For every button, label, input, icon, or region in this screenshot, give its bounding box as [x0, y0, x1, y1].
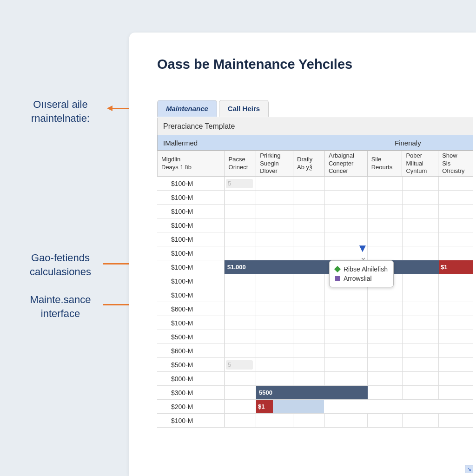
cell[interactable] — [439, 288, 473, 302]
cell[interactable] — [439, 246, 473, 260]
cell[interactable] — [403, 344, 439, 357]
tab-maintenance[interactable]: Maintenance — [157, 100, 217, 117]
cell[interactable] — [293, 205, 325, 218]
cell[interactable] — [439, 177, 473, 190]
cell[interactable] — [439, 302, 473, 316]
column-header-0[interactable]: MigdlinDeays 1 lïb — [158, 151, 225, 176]
cell[interactable] — [293, 232, 325, 246]
cell[interactable] — [403, 191, 439, 204]
cell[interactable] — [403, 372, 439, 385]
cell[interactable] — [293, 316, 325, 330]
cell[interactable] — [256, 358, 293, 371]
tooltip-item-2[interactable]: Arrowslial — [335, 274, 388, 283]
cell[interactable] — [293, 288, 325, 302]
cell[interactable] — [225, 246, 256, 260]
cell[interactable] — [325, 316, 368, 330]
cell[interactable] — [293, 358, 325, 371]
cell[interactable] — [439, 344, 473, 357]
gantt-bar-red[interactable]: $1 — [439, 260, 473, 274]
cell[interactable] — [325, 288, 368, 302]
cell[interactable] — [325, 330, 368, 344]
column-header-2[interactable]: PrirkingSuegin Dlover — [256, 151, 293, 176]
cell[interactable] — [368, 177, 403, 190]
cell[interactable] — [256, 302, 293, 316]
cell[interactable] — [256, 232, 293, 246]
gantt-bar-red[interactable]: $1 — [256, 400, 273, 413]
cell[interactable] — [325, 414, 368, 427]
cell[interactable] — [403, 288, 439, 302]
cell[interactable] — [439, 372, 473, 385]
cell[interactable] — [325, 218, 368, 232]
cell[interactable] — [256, 372, 293, 385]
cell[interactable] — [225, 218, 256, 232]
cell[interactable] — [439, 191, 473, 204]
cell[interactable] — [403, 302, 439, 316]
cell[interactable] — [403, 274, 439, 288]
cell[interactable] — [403, 330, 439, 344]
cell[interactable] — [256, 205, 293, 218]
cell[interactable] — [439, 414, 473, 427]
cell[interactable] — [368, 191, 403, 204]
cell[interactable] — [403, 246, 439, 260]
column-header-3[interactable]: Draily Ab уѯ — [293, 151, 325, 176]
cell[interactable] — [256, 246, 293, 260]
cell[interactable] — [403, 205, 439, 218]
cell[interactable] — [368, 246, 403, 260]
cell[interactable] — [325, 205, 368, 218]
cell[interactable] — [256, 330, 293, 344]
cell[interactable] — [368, 358, 403, 371]
cell[interactable] — [325, 344, 368, 357]
tooltip-item-1[interactable]: Ribse Alnilefish — [335, 264, 388, 274]
cell[interactable] — [225, 205, 256, 218]
cell[interactable] — [368, 372, 403, 385]
column-header-5[interactable]: Sile Reourts — [368, 151, 403, 176]
cell[interactable] — [256, 177, 293, 190]
cell[interactable] — [225, 191, 256, 204]
cell[interactable] — [225, 288, 256, 302]
cell[interactable] — [368, 205, 403, 218]
cell[interactable] — [325, 358, 368, 371]
cell[interactable] — [403, 316, 439, 330]
cell[interactable] — [403, 414, 439, 427]
column-header-6[interactable]: PoberMiltual Cyntum — [402, 151, 438, 176]
column-header-7[interactable]: ShowSis Ofrcistry — [438, 151, 473, 176]
cell[interactable] — [325, 177, 368, 190]
cell[interactable] — [368, 414, 403, 427]
scroll-corner-icon[interactable]: ↘ — [465, 465, 473, 473]
cell[interactable] — [439, 330, 473, 344]
cell[interactable] — [225, 302, 256, 316]
cell[interactable] — [439, 316, 473, 330]
cell[interactable] — [439, 274, 473, 288]
cell[interactable] — [293, 218, 325, 232]
cell[interactable] — [293, 344, 325, 357]
cell[interactable] — [293, 274, 325, 288]
cell[interactable] — [293, 372, 325, 385]
cell[interactable] — [293, 246, 325, 260]
cell[interactable] — [403, 358, 439, 371]
cell[interactable] — [256, 414, 293, 427]
gantt-bar[interactable]: 5500 — [256, 386, 368, 399]
cell[interactable] — [256, 344, 293, 357]
cell[interactable] — [225, 414, 256, 427]
cell[interactable]: 5 — [225, 358, 256, 371]
cell[interactable] — [403, 218, 439, 232]
cell[interactable] — [256, 274, 293, 288]
gantt-bar-light[interactable] — [273, 400, 324, 413]
cell[interactable] — [293, 330, 325, 344]
cell[interactable] — [325, 191, 368, 204]
column-header-1[interactable]: Pacse Orinect — [225, 151, 257, 176]
cell[interactable] — [256, 218, 293, 232]
cell[interactable] — [293, 177, 325, 190]
cell[interactable] — [325, 372, 368, 385]
cell[interactable] — [225, 316, 256, 330]
cell[interactable] — [368, 316, 403, 330]
cell[interactable] — [225, 232, 256, 246]
cell[interactable] — [368, 344, 403, 357]
cell[interactable] — [403, 177, 439, 190]
cell[interactable] — [225, 330, 256, 344]
cell[interactable] — [439, 218, 473, 232]
cell[interactable] — [225, 372, 256, 385]
cell[interactable] — [368, 288, 403, 302]
cell[interactable]: 5 — [225, 177, 256, 190]
cell[interactable] — [368, 330, 403, 344]
